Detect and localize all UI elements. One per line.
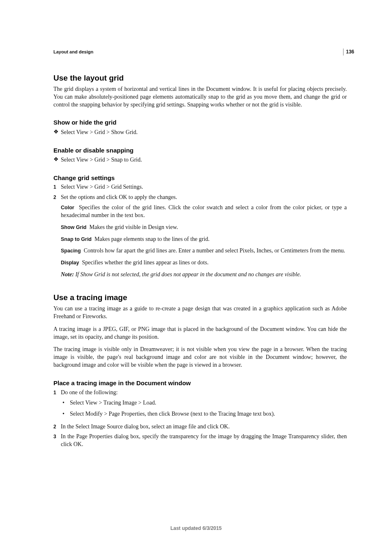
subhead-enable-snapping: Enable or disable snapping — [53, 146, 347, 155]
place-tracing-option-1-text: Select View > Tracing Image > Load. — [70, 398, 156, 407]
tracing-p1: You can use a tracing image as a guide t… — [53, 305, 347, 321]
step-snap-grid: ❖ Select View > Grid > Snap to Grid. — [53, 156, 347, 164]
place-tracing-step-1-text: Do one of the following: — [61, 389, 347, 397]
step-show-grid-text: Select View > Grid > Show Grid. — [61, 128, 138, 136]
place-tracing-step-2: In the Select Image Source dialog box, s… — [53, 423, 347, 431]
def-color-term: Color — [61, 205, 74, 210]
def-color-desc: Specifies the color of the grid lines. C… — [61, 204, 347, 218]
grid-settings-step-1: Select View > Grid > Grid Settings. — [53, 183, 347, 191]
def-snap-grid: Snap to Grid Makes page elements snap to… — [61, 236, 347, 243]
place-tracing-option-1: • Select View > Tracing Image > Load. — [61, 398, 347, 407]
grid-settings-steps: Select View > Grid > Grid Settings. Set … — [53, 183, 347, 201]
grid-settings-step-2: Set the options and click OK to apply th… — [53, 194, 347, 201]
footer-last-updated: Last updated 6/3/2015 — [0, 525, 392, 531]
def-spacing-term: Spacing — [61, 248, 81, 254]
page: 136 Layout and design Use the layout gri… — [0, 0, 392, 555]
place-tracing-step-1-options: • Select View > Tracing Image > Load. • … — [61, 398, 347, 418]
tracing-p2: A tracing image is a JPEG, GIF, or PNG i… — [53, 326, 347, 341]
subhead-place-tracing-image: Place a tracing image in the Document wi… — [53, 379, 347, 387]
place-tracing-step-1: Do one of the following: • Select View >… — [53, 389, 347, 421]
grid-settings-step-1-text: Select View > Grid > Grid Settings. — [61, 183, 347, 191]
place-tracing-step-3: In the Page Properties dialog box, speci… — [53, 433, 347, 449]
def-show-grid-desc: Makes the grid visible in Design view. — [90, 224, 178, 230]
grid-settings-definitions: Color Specifies the color of the grid li… — [61, 204, 347, 267]
diamond-bullet-icon: ❖ — [53, 128, 61, 136]
grid-note: Note: If Show Grid is not selected, the … — [61, 271, 347, 279]
step-show-grid: ❖ Select View > Grid > Show Grid. — [53, 128, 347, 136]
bullet-dot-icon: • — [61, 398, 70, 407]
section-title-layout-grid: Use the layout grid — [53, 73, 347, 83]
chapter-label: Layout and design — [53, 49, 347, 54]
step-snap-grid-text: Select View > Grid > Snap to Grid. — [61, 156, 142, 164]
def-snap-grid-term: Snap to Grid — [61, 236, 92, 242]
page-number: 136 — [343, 49, 354, 56]
section-title-tracing-image: Use a tracing image — [53, 293, 347, 303]
def-show-grid-term: Show Grid — [61, 224, 87, 230]
def-spacing: Spacing Controls how far apart the grid … — [61, 247, 347, 255]
diamond-bullet-icon: ❖ — [53, 156, 61, 164]
note-label: Note: — [61, 271, 74, 278]
place-tracing-step-3-text: In the Page Properties dialog box, speci… — [61, 433, 347, 449]
place-tracing-option-2: • Select Modify > Page Properties, then … — [61, 409, 347, 418]
subhead-change-grid-settings: Change grid settings — [53, 174, 347, 182]
def-display-term: Display — [61, 260, 79, 266]
def-show-grid: Show Grid Makes the grid visible in Desi… — [61, 224, 347, 231]
place-tracing-step-2-text: In the Select Image Source dialog box, s… — [61, 423, 347, 431]
def-color: Color Specifies the color of the grid li… — [61, 204, 347, 220]
place-tracing-option-2-text: Select Modify > Page Properties, then cl… — [70, 409, 275, 418]
def-display-desc: Specifies whether the grid lines appear … — [82, 259, 208, 266]
tracing-p3: The tracing image is visible only in Dre… — [53, 346, 347, 369]
def-snap-grid-desc: Makes page elements snap to the lines of… — [95, 236, 210, 242]
section1-intro: The grid displays a system of horizontal… — [53, 86, 347, 109]
grid-settings-step-2-text: Set the options and click OK to apply th… — [61, 194, 347, 201]
def-spacing-desc: Controls how far apart the grid lines ar… — [84, 247, 345, 254]
place-tracing-steps: Do one of the following: • Select View >… — [53, 389, 347, 449]
bullet-dot-icon: • — [61, 409, 70, 418]
subhead-show-hide-grid: Show or hide the grid — [53, 118, 347, 127]
def-display: Display Specifies whether the grid lines… — [61, 259, 347, 267]
note-text: If Show Grid is not selected, the grid d… — [75, 271, 301, 278]
